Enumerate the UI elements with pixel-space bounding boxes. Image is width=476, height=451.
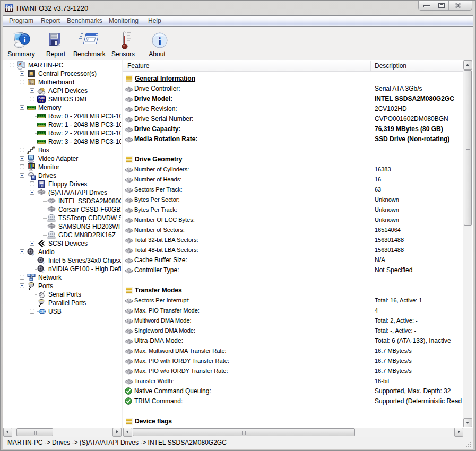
svg-text:2.1: 2.1 <box>39 100 44 103</box>
svg-text:USB: USB <box>39 310 45 313</box>
svg-text:i: i <box>23 36 25 44</box>
svg-text:i: i <box>158 34 161 48</box>
